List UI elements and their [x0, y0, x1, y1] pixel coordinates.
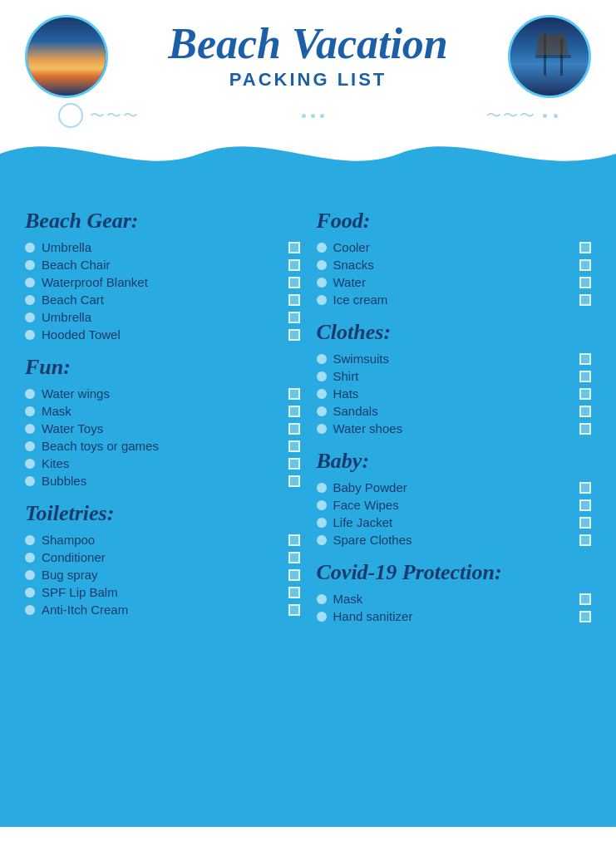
- bullet-icon: [317, 260, 327, 270]
- checkbox[interactable]: [288, 534, 300, 546]
- checkbox[interactable]: [579, 423, 591, 435]
- bullet-icon: [317, 594, 327, 604]
- list-item: Kites: [25, 456, 300, 470]
- dot-decor-3: [320, 114, 324, 118]
- checkbox[interactable]: [288, 552, 300, 563]
- checkbox[interactable]: [288, 277, 300, 288]
- bullet-icon: [25, 459, 35, 469]
- checkbox[interactable]: [288, 458, 300, 470]
- checkbox[interactable]: [579, 294, 591, 306]
- bullet-icon: [25, 330, 35, 340]
- bullet-icon: [25, 406, 35, 416]
- clothes-section: Clothes: Swimsuits Shirt Hats Sandal: [317, 320, 592, 435]
- checkbox[interactable]: [579, 593, 591, 605]
- checkbox[interactable]: [579, 534, 591, 546]
- list-item: Sandals: [317, 404, 592, 418]
- checkbox[interactable]: [579, 242, 591, 253]
- toiletries-title: Toiletries:: [25, 501, 300, 526]
- svg-marker-3: [535, 34, 569, 55]
- bullet-icon: [317, 483, 327, 493]
- bullet-icon: [25, 295, 35, 305]
- list-item: Bug spray: [25, 568, 300, 582]
- checkbox[interactable]: [288, 475, 300, 487]
- checkbox[interactable]: [288, 294, 300, 306]
- list-item: Water Toys: [25, 421, 300, 435]
- baby-section: Baby: Baby Powder Face Wipes Life Jacket: [317, 449, 592, 547]
- dot-decor-2: [311, 114, 315, 118]
- checkbox[interactable]: [288, 259, 300, 271]
- bullet-icon: [25, 243, 35, 253]
- bullet-icon: [25, 588, 35, 598]
- checkbox[interactable]: [579, 371, 591, 382]
- checkbox[interactable]: [579, 611, 591, 622]
- checkbox[interactable]: [579, 517, 591, 529]
- checkbox[interactable]: [579, 388, 591, 400]
- list-item: Hats: [317, 386, 592, 401]
- bullet-icon: [317, 500, 327, 510]
- list-item: Conditioner: [25, 550, 300, 564]
- list-item: Life Jacket: [317, 515, 592, 529]
- checkbox[interactable]: [288, 388, 300, 400]
- dot-decor-5: [554, 114, 558, 118]
- left-column: Beach Gear: Umbrella Beach Chair Waterpr…: [25, 195, 300, 627]
- list-item: Shampoo: [25, 533, 300, 547]
- list-item: Hooded Towel: [25, 327, 300, 342]
- list-item: Cooler: [317, 240, 592, 254]
- bullet-icon: [317, 371, 327, 381]
- bullet-icon: [25, 312, 35, 322]
- checkbox[interactable]: [579, 482, 591, 494]
- header-text: Beach Vacation PACKING LIST: [108, 22, 508, 91]
- checkbox[interactable]: [579, 406, 591, 417]
- checkbox[interactable]: [579, 353, 591, 365]
- list-item: Umbrella: [25, 310, 300, 324]
- header-photo-left: [25, 15, 108, 98]
- header-decorations: 〜〜〜 〜〜〜: [25, 98, 591, 133]
- checkbox[interactable]: [579, 499, 591, 511]
- list-item: Mask: [25, 404, 300, 418]
- list-item: Umbrella: [25, 240, 300, 254]
- list-item: Baby Powder: [317, 480, 592, 494]
- checkbox[interactable]: [288, 329, 300, 341]
- dot-decor-4: [543, 114, 547, 118]
- bullet-icon: [317, 354, 327, 364]
- bullet-icon: [317, 424, 327, 434]
- checkbox[interactable]: [288, 312, 300, 323]
- list-item: Spare Clothes: [317, 533, 592, 547]
- bullet-icon: [25, 605, 35, 615]
- checkbox[interactable]: [288, 440, 300, 452]
- list-item: Face Wipes: [317, 498, 592, 512]
- checkbox[interactable]: [288, 604, 300, 616]
- checkbox[interactable]: [579, 259, 591, 271]
- beach-gear-section: Beach Gear: Umbrella Beach Chair Waterpr…: [25, 209, 300, 342]
- list-item: Beach toys or games: [25, 439, 300, 453]
- list-item: Ice cream: [317, 293, 592, 307]
- bullet-icon: [317, 243, 327, 253]
- checkbox[interactable]: [579, 277, 591, 288]
- page: Beach Vacation PACKING LIST: [0, 0, 616, 851]
- list-item: Waterproof Blanket: [25, 275, 300, 289]
- svg-rect-2: [535, 55, 571, 58]
- bullet-icon: [317, 518, 327, 528]
- right-column: Food: Cooler Snacks Water Ice cream: [317, 195, 592, 627]
- checkbox[interactable]: [288, 406, 300, 417]
- main-content: Beach Gear: Umbrella Beach Chair Waterpr…: [0, 179, 616, 827]
- list-item: Beach Chair: [25, 258, 300, 272]
- bullet-icon: [317, 278, 327, 288]
- list-item: Snacks: [317, 258, 592, 272]
- page-title-line1: Beach Vacation: [116, 22, 500, 66]
- wave-decor-2: 〜〜〜: [486, 106, 536, 125]
- checkbox[interactable]: [288, 569, 300, 581]
- checkbox[interactable]: [288, 242, 300, 253]
- bullet-icon: [317, 389, 327, 399]
- list-item: Water shoes: [317, 421, 592, 435]
- covid-title: Covid-19 Protection:: [317, 560, 592, 585]
- bullet-icon: [317, 295, 327, 305]
- beach-gear-title: Beach Gear:: [25, 209, 300, 234]
- checkbox[interactable]: [288, 587, 300, 598]
- checkbox[interactable]: [288, 423, 300, 435]
- bullet-icon: [25, 389, 35, 399]
- list-item: Mask: [317, 592, 592, 606]
- circle-decoration-left: [58, 103, 83, 128]
- list-item: Shirt: [317, 369, 592, 383]
- food-section: Food: Cooler Snacks Water Ice cream: [317, 209, 592, 307]
